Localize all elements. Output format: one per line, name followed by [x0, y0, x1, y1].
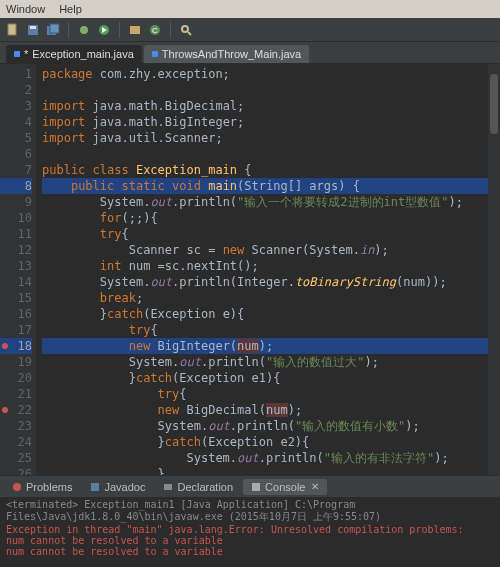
code-line: new BigDecimal(num); — [42, 402, 500, 418]
tab-label: Exception_main.java — [32, 48, 134, 60]
code-line: try{ — [42, 386, 500, 402]
code-line: new BigInteger(num); — [42, 338, 500, 354]
svg-rect-0 — [8, 24, 16, 35]
editor-tab[interactable]: ThrowsAndThrow_Main.java — [144, 45, 309, 63]
code-line: import java.math.BigInteger; — [42, 114, 500, 130]
panel-tab-javadoc[interactable]: Javadoc — [82, 479, 153, 495]
separator — [119, 22, 120, 38]
run-icon[interactable] — [97, 23, 111, 37]
svg-rect-7 — [130, 26, 140, 34]
panel-tab-console[interactable]: Console✕ — [243, 479, 327, 495]
line-number: 14 — [0, 274, 32, 290]
code-line: try{ — [42, 322, 500, 338]
line-number: 15 — [0, 290, 32, 306]
code-line: import java.math.BigDecimal; — [42, 98, 500, 114]
code-line: break; — [42, 290, 500, 306]
separator — [170, 22, 171, 38]
error-marker-icon — [2, 343, 8, 349]
console-error-line: num cannot be resolved to a variable — [6, 535, 494, 546]
code-line: public class Exception_main { — [42, 162, 500, 178]
line-number: 11 — [0, 226, 32, 242]
svg-point-10 — [182, 26, 188, 32]
code-area[interactable]: package com.zhy.exception; import java.m… — [36, 64, 500, 475]
line-number: 25 — [0, 450, 32, 466]
line-number: 19 — [0, 354, 32, 370]
editor: 1234567891011121314151617181920212223242… — [0, 64, 500, 475]
line-number: 3 — [0, 98, 32, 114]
code-line: public static void main(String[] args) { — [42, 178, 500, 194]
line-number: 18 — [0, 338, 32, 354]
code-line: System.out.println("输入的数值有小数"); — [42, 418, 500, 434]
panel-tab-label: Problems — [26, 481, 72, 493]
line-number: 10 — [0, 210, 32, 226]
search-icon[interactable] — [179, 23, 193, 37]
code-line: try{ — [42, 226, 500, 242]
code-line: System.out.println("输入的有非法字符"); — [42, 450, 500, 466]
code-line — [42, 82, 500, 98]
line-number: 22 — [0, 402, 32, 418]
line-number: 20 — [0, 370, 32, 386]
line-number: 21 — [0, 386, 32, 402]
editor-tab[interactable]: *Exception_main.java — [6, 45, 142, 63]
code-line: import java.util.Scanner; — [42, 130, 500, 146]
code-line: for(;;){ — [42, 210, 500, 226]
line-number: 23 — [0, 418, 32, 434]
tab-label: ThrowsAndThrow_Main.java — [162, 48, 301, 60]
code-line: package com.zhy.exception; — [42, 66, 500, 82]
line-number: 2 — [0, 82, 32, 98]
line-number: 17 — [0, 322, 32, 338]
code-line: System.out.println("输入的数值过大"); — [42, 354, 500, 370]
svg-rect-15 — [252, 483, 260, 491]
line-number: 13 — [0, 258, 32, 274]
svg-rect-13 — [91, 483, 99, 491]
line-number: 24 — [0, 434, 32, 450]
menubar: Window Help — [0, 0, 500, 18]
svg-point-12 — [13, 483, 21, 491]
svg-rect-2 — [30, 26, 36, 29]
code-line: }catch(Exception e1){ — [42, 370, 500, 386]
line-number: 7 — [0, 162, 32, 178]
close-icon[interactable]: ✕ — [311, 481, 319, 492]
gutter: 1234567891011121314151617181920212223242… — [0, 64, 36, 475]
line-number: 4 — [0, 114, 32, 130]
svg-rect-4 — [50, 24, 59, 33]
code-line — [42, 146, 500, 162]
console-panel: <terminated> Exception_main1 [Java Appli… — [0, 497, 500, 567]
panel-tab-label: Declaration — [177, 481, 233, 493]
separator — [68, 22, 69, 38]
new-icon[interactable] — [6, 23, 20, 37]
svg-rect-14 — [164, 484, 172, 490]
line-number: 12 — [0, 242, 32, 258]
scrollbar-thumb[interactable] — [490, 74, 498, 134]
debug-icon[interactable] — [77, 23, 91, 37]
menu-window[interactable]: Window — [6, 3, 45, 15]
line-number: 6 — [0, 146, 32, 162]
new-class-icon[interactable]: C — [148, 23, 162, 37]
panel-tab-problems[interactable]: Problems — [4, 479, 80, 495]
new-package-icon[interactable] — [128, 23, 142, 37]
code-line: System.out.println("输入一个将要转成2进制的int型数值")… — [42, 194, 500, 210]
console-error-line: Exception in thread "main" java.lang.Err… — [6, 524, 494, 535]
save-all-icon[interactable] — [46, 23, 60, 37]
console-header: <terminated> Exception_main1 [Java Appli… — [6, 499, 494, 524]
panel-tab-label: Console — [265, 481, 305, 493]
error-marker-icon — [2, 407, 8, 413]
svg-line-11 — [188, 32, 191, 35]
line-number: 5 — [0, 130, 32, 146]
scrollbar[interactable] — [488, 64, 500, 475]
line-number: 9 — [0, 194, 32, 210]
editor-tabbar: *Exception_main.javaThrowsAndThrow_Main.… — [0, 42, 500, 64]
save-icon[interactable] — [26, 23, 40, 37]
code-line: int num =sc.nextInt(); — [42, 258, 500, 274]
code-line: } — [42, 466, 500, 475]
code-line: }catch(Exception e){ — [42, 306, 500, 322]
panel-tab-label: Javadoc — [104, 481, 145, 493]
line-number: 16 — [0, 306, 32, 322]
svg-text:C: C — [152, 26, 158, 35]
menu-help[interactable]: Help — [59, 3, 82, 15]
code-line: }catch(Exception e2){ — [42, 434, 500, 450]
line-number: 26 — [0, 466, 32, 475]
line-number: 1 — [0, 66, 32, 82]
panel-tab-declaration[interactable]: Declaration — [155, 479, 241, 495]
code-line: Scanner sc = new Scanner(System.in); — [42, 242, 500, 258]
